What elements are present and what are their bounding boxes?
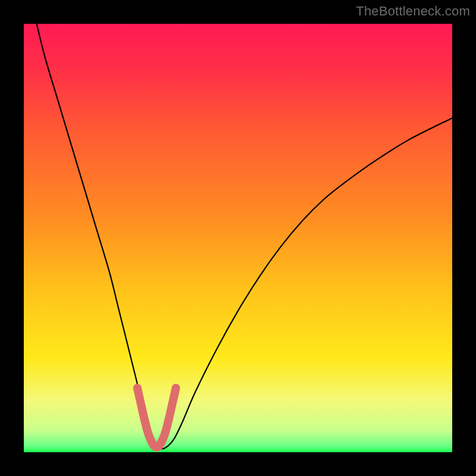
curves-layer (24, 24, 452, 452)
chart-frame: TheBottleneck.com (0, 0, 476, 476)
plot-area (24, 24, 452, 452)
watermark-text: TheBottleneck.com (356, 4, 470, 19)
valley-accent-curve (137, 388, 176, 447)
bottleneck-curve (37, 24, 452, 449)
